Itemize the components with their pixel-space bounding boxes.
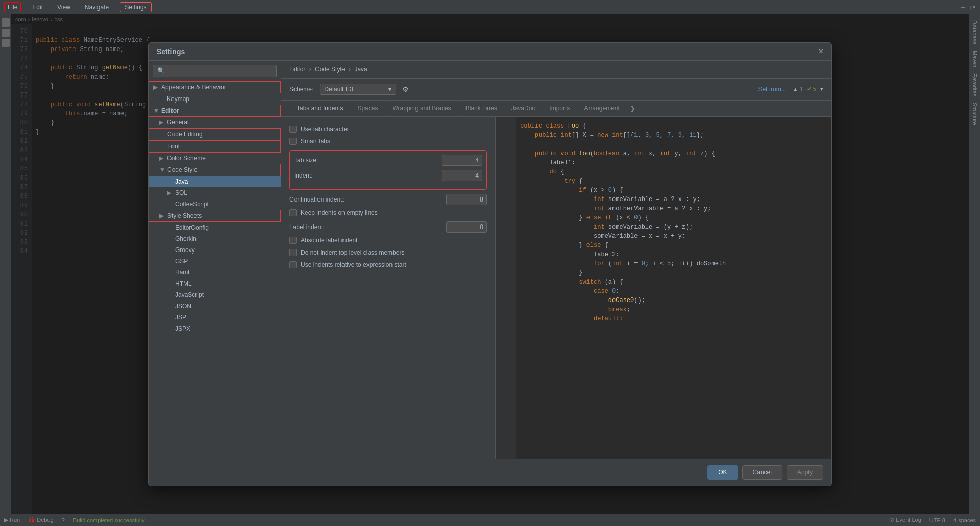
tree-item-gherkin[interactable]: Gherkin xyxy=(149,233,281,244)
menu-view[interactable]: View xyxy=(54,3,74,12)
label-no-indent-top: Do not indent top level class members xyxy=(301,249,404,256)
input-row-continuation: Continuation indent: xyxy=(289,194,487,205)
gear-icon[interactable]: ⚙ xyxy=(402,85,409,93)
settings-sidebar: ▶ Appearance & Behavior Keymap ▼ Editor xyxy=(149,61,281,459)
event-log[interactable]: ⑦ Event Log xyxy=(889,517,921,523)
bc-java: Java xyxy=(354,66,367,73)
right-panel: Database Maven Favorites Structure xyxy=(969,14,980,514)
tree-label-gsp: GSP xyxy=(175,258,188,265)
option-keep-indents: Keep indents on empty lines xyxy=(289,209,487,216)
menu-edit[interactable]: Edit xyxy=(29,3,46,12)
tab-tabs-indents[interactable]: Tabs and Indents xyxy=(289,101,350,117)
status-more[interactable]: ▾ xyxy=(820,86,823,92)
right-tab-maven[interactable]: Maven xyxy=(971,48,979,69)
tree-item-appearance[interactable]: ▶ Appearance & Behavior xyxy=(149,81,281,93)
tree-item-code-editing[interactable]: Code Editing xyxy=(149,128,281,140)
tree-item-java[interactable]: Java xyxy=(149,176,281,187)
tree-item-haml[interactable]: Haml xyxy=(149,267,281,278)
arrow-editor: ▼ xyxy=(153,107,159,114)
tree-item-gsp[interactable]: GSP xyxy=(149,256,281,267)
checkbox-smart-tabs[interactable] xyxy=(289,138,297,145)
tree-label-appearance: Appearance & Behavior xyxy=(161,84,226,91)
tree-item-html[interactable]: HTML xyxy=(149,278,281,289)
set-from-link[interactable]: Set from... xyxy=(758,86,786,93)
tree-item-font[interactable]: Font xyxy=(149,140,281,153)
tree-label-keymap: Keymap xyxy=(167,95,189,103)
tab-imports[interactable]: Imports xyxy=(542,101,577,117)
tree-item-general[interactable]: ▶ General xyxy=(149,117,281,128)
tab-wrapping-braces[interactable]: Wrapping and Braces xyxy=(385,101,458,117)
tab-size-input[interactable] xyxy=(442,155,482,166)
label-smart-tabs: Smart tabs xyxy=(301,138,330,145)
tab-spaces[interactable]: Spaces xyxy=(350,101,385,117)
arrow-sql: ▶ xyxy=(167,189,173,196)
checkbox-indents-relative[interactable] xyxy=(289,261,297,268)
arrow-html xyxy=(167,280,173,287)
ok-button[interactable]: OK xyxy=(707,465,738,480)
arrow-appearance: ▶ xyxy=(153,84,159,91)
dialog-header: Settings × xyxy=(149,43,831,61)
continuation-indent-input[interactable] xyxy=(446,194,487,205)
status-ok: ✔ 5 xyxy=(807,86,816,92)
option-no-indent-top: Do not indent top level class members xyxy=(289,249,487,256)
code-preview-text: public class Foo { public int[] X = new … xyxy=(516,117,831,459)
arrow-javascript xyxy=(167,291,173,298)
input-row-indent: Indent: xyxy=(294,170,482,181)
tab-more[interactable]: ❯ xyxy=(627,101,639,116)
indent-input[interactable] xyxy=(442,170,482,181)
tab-blank-lines[interactable]: Blank Lines xyxy=(458,101,504,117)
tree-item-jspx[interactable]: JSPX xyxy=(149,323,281,334)
tree-label-general: General xyxy=(167,119,189,126)
arrow-jsp xyxy=(167,314,173,321)
options-panel: Use tab character Smart tabs xyxy=(281,117,496,459)
tab-arrangement[interactable]: Arrangement xyxy=(577,101,626,117)
tree-item-code-style[interactable]: ▼ Code Style xyxy=(149,164,281,176)
tree-item-jsp[interactable]: JSP xyxy=(149,312,281,323)
tree-label-groovy: Groovy xyxy=(175,246,195,254)
close-icon[interactable]: × xyxy=(819,47,823,56)
dialog-body: ▶ Appearance & Behavior Keymap ▼ Editor xyxy=(149,61,831,459)
tree-item-groovy[interactable]: Groovy xyxy=(149,244,281,256)
run-button[interactable]: ▶ Run xyxy=(4,517,20,523)
checkbox-absolute-label[interactable] xyxy=(289,237,297,244)
right-tab-favorites[interactable]: Favorites xyxy=(971,71,979,98)
checkbox-use-tab[interactable] xyxy=(289,126,297,133)
main-area: com › lenovo › css 7071727374 7576777879… xyxy=(0,14,980,514)
option-absolute-label: Absolute label indent xyxy=(289,237,487,244)
scheme-dropdown[interactable]: Default IDE ▾ xyxy=(320,84,396,95)
arrow-general: ▶ xyxy=(159,119,165,126)
menu-file[interactable]: File xyxy=(4,2,21,12)
label-indent-input[interactable] xyxy=(446,221,487,233)
dialog-title: Settings xyxy=(157,47,185,56)
tree-item-sql[interactable]: ▶ SQL xyxy=(149,187,281,198)
tree-item-json[interactable]: JSON xyxy=(149,300,281,312)
settings-dialog: Settings × ▶ Appea xyxy=(148,42,832,486)
right-tab-database[interactable]: Database xyxy=(971,18,979,46)
right-tab-structure[interactable]: Structure xyxy=(971,101,979,128)
help-button[interactable]: ? xyxy=(62,517,65,523)
tree-label-haml: Haml xyxy=(175,269,189,276)
breadcrumb-text: Editor › Code Style › Java xyxy=(289,66,368,73)
tree-item-editor[interactable]: ▼ Editor xyxy=(149,105,281,117)
tab-javadoc[interactable]: JavaDoc xyxy=(504,101,543,117)
tree-item-coffeescript[interactable]: CoffeeScript xyxy=(149,198,281,210)
tree-item-color-scheme[interactable]: ▶ Color Scheme xyxy=(149,153,281,164)
cancel-button[interactable]: Cancel xyxy=(742,465,782,480)
tab-content-area: Use tab character Smart tabs xyxy=(281,117,831,459)
label-continuation: Continuation indent: xyxy=(289,196,446,203)
tree-item-editorconfig[interactable]: EditorConfig xyxy=(149,222,281,233)
tree-item-style-sheets[interactable]: ▶ Style Sheets xyxy=(149,210,281,222)
debug-button[interactable]: 🐞 Debug xyxy=(28,517,53,523)
tree-label-font: Font xyxy=(167,143,180,150)
apply-button[interactable]: Apply xyxy=(787,465,823,480)
search-input[interactable] xyxy=(153,65,277,77)
menu-navigate[interactable]: Navigate xyxy=(82,3,112,12)
arrow-code-style: ▼ xyxy=(159,166,165,173)
tree-item-javascript[interactable]: JavaScript xyxy=(149,289,281,300)
checkbox-keep-indents[interactable] xyxy=(289,209,297,216)
ide-left-sidebar xyxy=(0,14,11,514)
arrow-style-sheets: ▶ xyxy=(159,212,165,219)
tree-item-keymap[interactable]: Keymap xyxy=(149,93,281,105)
tree-label-json: JSON xyxy=(175,303,191,310)
checkbox-no-indent-top[interactable] xyxy=(289,249,297,256)
